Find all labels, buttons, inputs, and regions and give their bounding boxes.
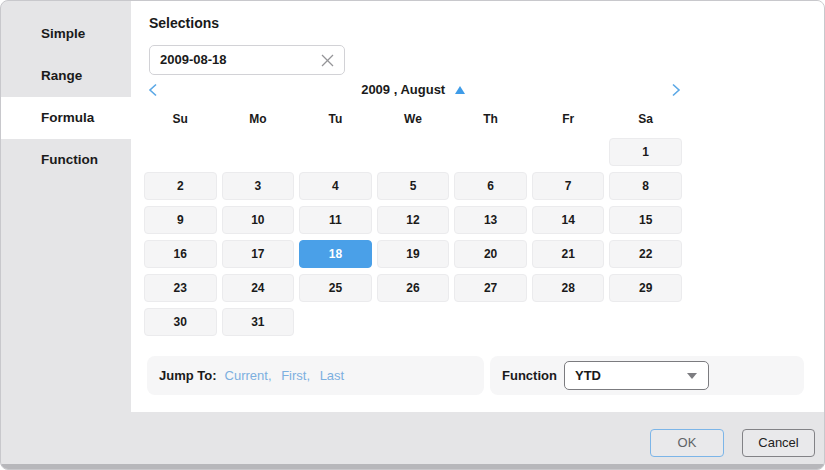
day-cell[interactable]: 6 [454,172,527,200]
jump-to-link-first[interactable]: First [281,368,306,383]
weekday-label: Mo [222,112,295,126]
chevron-down-icon [687,373,697,379]
day-cell[interactable]: 8 [609,172,682,200]
jump-to-link-last[interactable]: Last [320,368,345,383]
function-dropdown[interactable]: YTD [564,361,709,390]
day-cell[interactable]: 22 [609,240,682,268]
day-cell[interactable]: 1 [609,138,682,166]
day-cell[interactable]: 4 [299,172,372,200]
day-cell[interactable]: 3 [222,172,295,200]
weekday-label: We [377,112,450,126]
jump-to-separator: , [268,368,275,383]
day-cell[interactable]: 5 [377,172,450,200]
selection-input[interactable]: 2009-08-18 [149,45,345,75]
function-label: Function [502,356,557,395]
function-dropdown-value: YTD [575,362,601,389]
month-year-label[interactable]: 2009 , August [144,82,682,97]
jump-to-link-current[interactable]: Current [225,368,268,383]
weekday-label: Su [144,112,217,126]
day-cell[interactable]: 10 [222,206,295,234]
dialog-bottom-edge [1,464,824,469]
day-cell[interactable]: 7 [532,172,605,200]
day-cell[interactable]: 31 [222,308,295,336]
day-cell[interactable]: 2 [144,172,217,200]
day-cell[interactable]: 27 [454,274,527,302]
main-content: Selections 2009-08-18 2009 , August [131,1,824,412]
sidebar-tab-range[interactable]: Range [1,55,131,97]
function-panel: Function YTD [490,356,804,395]
day-cell[interactable]: 21 [532,240,605,268]
day-cell[interactable]: 14 [532,206,605,234]
day-cell[interactable]: 24 [222,274,295,302]
day-cell[interactable]: 15 [609,206,682,234]
date-picker-dialog: SimpleRangeFormulaFunction Selections 20… [0,0,825,470]
sidebar-tab-formula[interactable]: Formula [1,97,131,139]
cancel-button[interactable]: Cancel [742,429,815,457]
mode-sidebar: SimpleRangeFormulaFunction [1,1,131,469]
day-cell[interactable]: 25 [299,274,372,302]
sidebar-tab-function[interactable]: Function [1,139,131,181]
selections-label: Selections [149,15,219,31]
weekday-label: Tu [299,112,372,126]
day-cell[interactable]: 16 [144,240,217,268]
day-cell[interactable]: 20 [454,240,527,268]
ok-button[interactable]: OK [650,429,724,457]
month-year-text: 2009 , August [361,82,445,97]
day-cell[interactable]: 19 [377,240,450,268]
day-cell[interactable]: 26 [377,274,450,302]
day-cell[interactable]: 12 [377,206,450,234]
weekday-label: Sa [609,112,682,126]
sidebar-tab-simple[interactable]: Simple [1,13,131,55]
selection-input-value: 2009-08-18 [160,46,227,74]
day-cell[interactable]: 17 [222,240,295,268]
day-cell[interactable]: 18 [299,240,372,268]
day-cell[interactable]: 13 [454,206,527,234]
day-cell[interactable]: 28 [532,274,605,302]
clear-icon[interactable] [320,53,336,69]
day-cell[interactable]: 23 [144,274,217,302]
jump-to-label: Jump To: [159,368,217,383]
jump-to-panel: Jump To:Current, First, Last [147,356,484,395]
day-cell[interactable]: 9 [144,206,217,234]
calendar-day-grid: 1234567891011121314151617181920212223242… [144,138,682,336]
jump-to-separator: , [306,368,313,383]
mode-tablist: SimpleRangeFormulaFunction [1,1,131,181]
chevron-right-icon[interactable] [671,83,685,97]
day-cell[interactable]: 30 [144,308,217,336]
weekday-header-row: SuMoTuWeThFrSa [144,112,682,126]
day-cell[interactable]: 29 [609,274,682,302]
day-cell[interactable]: 11 [299,206,372,234]
weekday-label: Fr [532,112,605,126]
weekday-label: Th [454,112,527,126]
collapse-triangle-icon [455,86,465,94]
